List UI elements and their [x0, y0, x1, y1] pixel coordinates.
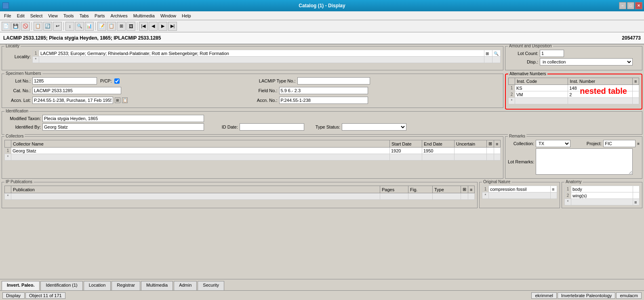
accn-lot-view[interactable]: 📋 [122, 97, 128, 103]
lot-no-input[interactable] [32, 77, 97, 85]
ip-new-type[interactable] [433, 193, 461, 200]
main-content: Locality Locality: 1 LACMIP 2533; Europe… [0, 44, 644, 279]
col-table-icon2[interactable]: ≡ [494, 140, 501, 148]
collection-select[interactable]: TX [536, 140, 570, 147]
alt-numbers-title: Alternative Numbers [508, 72, 547, 76]
project-scroll[interactable]: ≡ [637, 142, 640, 146]
collectors-new-row: * [5, 154, 501, 161]
menu-item-select[interactable]: Select [28, 13, 45, 19]
menu-item-archives[interactable]: Archives [108, 13, 130, 19]
col-table-icon1[interactable]: ⊞ [487, 140, 494, 148]
alt-scroll-1 [633, 85, 639, 91]
project-input[interactable] [603, 140, 636, 147]
image-btn[interactable]: 🖼 [126, 22, 135, 31]
first-btn[interactable]: |◀ [139, 22, 148, 31]
sep1 [32, 22, 32, 30]
menu-item-help[interactable]: Help [179, 13, 194, 19]
tab-location[interactable]: Location [84, 281, 111, 290]
accn-lot-add[interactable]: ⊞ [115, 97, 120, 103]
text-btn[interactable]: 📝 [97, 22, 106, 31]
close-button[interactable]: ✕ [635, 2, 642, 9]
field-no-label: Field No.: [253, 88, 278, 93]
menu-item-tools[interactable]: Tools [61, 13, 76, 19]
menu-item-edit[interactable]: Edit [15, 13, 27, 19]
lacmip-type-input[interactable] [297, 77, 370, 85]
ip-new-pub[interactable] [11, 193, 380, 200]
id-date-input[interactable] [240, 123, 304, 131]
tab-bar: Invert. Paleo.Identification (1)Location… [0, 279, 644, 290]
menu-item-parts[interactable]: Parts [92, 13, 107, 19]
menu-item-window[interactable]: Window [158, 13, 179, 19]
cat-no-input[interactable] [32, 87, 121, 94]
locality-row-1: 1 LACMIP 2533; Europe; Germany; Rhinelan… [33, 50, 501, 57]
next-btn[interactable]: ▶ [158, 22, 167, 31]
collection-label: Collection: [508, 141, 534, 146]
copy-btn[interactable]: 📋 [34, 22, 42, 31]
new-btn[interactable]: 📄 [2, 22, 11, 31]
cancel-btn[interactable]: 🚫 [21, 22, 30, 31]
accn-lot-row: Accn. Lot: ⊞ 📋 [4, 97, 252, 104]
locality-new-value[interactable] [39, 57, 484, 63]
locality-new-num: * [33, 57, 39, 63]
ip-add-btn[interactable]: ⊞ [461, 186, 468, 193]
alt-new-code[interactable] [515, 98, 568, 104]
grid-btn[interactable]: ⊞ [117, 22, 126, 31]
accn-lot-label: Accn. Lot: [4, 98, 31, 103]
status-user: ekrimmel [531, 292, 557, 299]
tab-invert.-paleo.[interactable]: Invert. Paleo. [2, 281, 40, 290]
ip-pub-body: * [5, 193, 475, 200]
col-num-header [5, 140, 11, 148]
collectors-header: Collector Name Start Date End Date Uncer… [5, 140, 501, 148]
ip-scroll-btn[interactable]: ≡ [468, 186, 475, 193]
undo-btn[interactable]: ↩ [53, 22, 62, 31]
alt-row-num-1: 1 [509, 85, 515, 91]
amount-section-title: Amount and Disposition [508, 44, 553, 48]
ip-publications-table: Publication Pages Fig. Type ⊞ ≡ * [4, 186, 475, 200]
tab-security[interactable]: Security [198, 281, 224, 290]
tab-identification-1[interactable]: Identification (1) [40, 281, 82, 290]
accn-no-input[interactable] [279, 97, 368, 104]
tab-admin[interactable]: Admin [174, 281, 197, 290]
menu-item-view[interactable]: View [46, 13, 60, 19]
lot-remarks-textarea[interactable] [536, 148, 633, 175]
menu-item-file[interactable]: File [2, 13, 14, 19]
locality-view-btn[interactable]: 🔍 [492, 50, 501, 57]
record-title-text: LACMIP 2533.1285; Plecia stygia Heyden, … [3, 35, 161, 41]
menu-item-multimedia[interactable]: Multimedia [131, 13, 157, 19]
sort-btn[interactable]: ↕ [65, 22, 74, 31]
identification-section: Identification Modified Taxon: Identifie… [2, 111, 642, 135]
refresh-btn[interactable]: 🔄 [43, 22, 52, 31]
field-no-input[interactable] [279, 87, 368, 94]
alt-scroll-2 [633, 91, 639, 98]
save-btn[interactable]: 💾 [11, 22, 20, 31]
menu-item-tabs[interactable]: Tabs [77, 13, 91, 19]
lot-count-row: Lot Count: [508, 50, 640, 57]
collectors-table: Collector Name Start Date End Date Uncer… [4, 140, 501, 161]
pcp-checkbox[interactable] [114, 78, 120, 84]
locality-add-btn[interactable]: ⊞ [484, 50, 492, 57]
prev-btn[interactable]: ◀ [149, 22, 158, 31]
original-nature-new-row: * [482, 192, 557, 199]
ip-new-fig[interactable] [408, 193, 433, 200]
anatomy-new-row: * ≡ [565, 199, 640, 205]
modified-taxon-input[interactable] [42, 115, 204, 122]
tab-registrar[interactable]: Registrar [112, 281, 140, 290]
type-status-select[interactable] [342, 123, 406, 131]
table-btn[interactable]: 📋 [107, 22, 116, 31]
disp-select[interactable]: in collection [540, 58, 633, 65]
ip-new-pages[interactable] [380, 193, 408, 200]
last-btn[interactable]: ▶| [168, 22, 177, 31]
accn-lot-input[interactable] [32, 97, 113, 104]
report-btn[interactable]: 📊 [85, 22, 94, 31]
alt-new-number[interactable] [568, 98, 633, 104]
lot-remarks-row: Lot Remarks: [508, 148, 640, 175]
minimize-button[interactable]: − [619, 2, 626, 9]
restore-button[interactable]: □ [627, 2, 634, 9]
identified-by-input[interactable] [42, 123, 204, 131]
ip-pages-header: Pages [380, 186, 408, 193]
tab-multimedia[interactable]: Multimedia [141, 281, 173, 290]
filter-btn[interactable]: 🔍 [75, 22, 84, 31]
collectors-body: 1 Georg Statz 1920 1950 * [5, 148, 501, 161]
alt-inst-code-1: KS [515, 85, 568, 91]
lot-count-input[interactable] [540, 50, 564, 57]
